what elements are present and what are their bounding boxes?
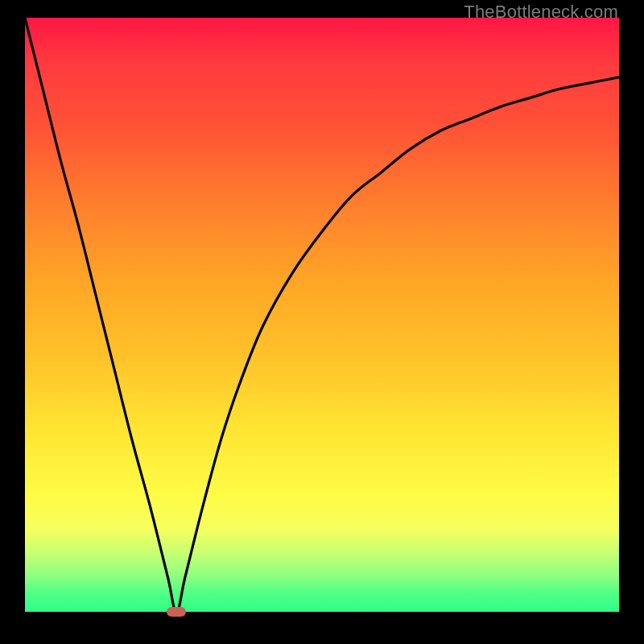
plot-area <box>25 18 619 612</box>
minimum-marker <box>167 607 186 617</box>
bottleneck-curve <box>25 18 619 612</box>
chart-frame: TheBottleneck.com <box>0 0 644 644</box>
